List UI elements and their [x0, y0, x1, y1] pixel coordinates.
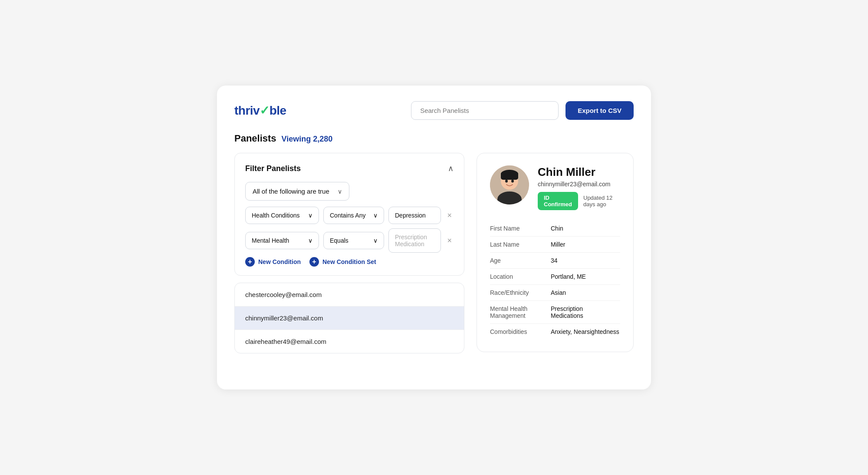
new-condition-set-plus-icon: +: [309, 257, 319, 267]
id-confirmed-badge: ID Confirmed: [538, 192, 578, 210]
viewing-count: Viewing 2,280: [282, 135, 333, 144]
operator-select-2[interactable]: Equals ∨: [323, 232, 384, 249]
logic-dropdown-label: All of the following are true: [253, 188, 329, 195]
remove-condition-1-button[interactable]: ×: [445, 211, 454, 220]
logo-text-start: thriv: [234, 104, 260, 117]
detail-value: Anxiety, Nearsightedness: [551, 328, 619, 335]
operator-select-1[interactable]: Contains Any ∨: [323, 207, 384, 224]
header-right: Export to CSV: [411, 101, 634, 120]
logo: thriv✓ble: [234, 103, 286, 118]
detail-label: Mental HealthManagement: [490, 305, 551, 319]
svg-rect-4: [501, 172, 518, 180]
detail-value: PrescriptionMedications: [551, 305, 583, 319]
profile-details: First Name Chin Last Name Miller Age 34 …: [490, 221, 620, 340]
panelists-title-row: Panelists Viewing 2,280: [234, 133, 634, 144]
detail-row: Location Portland, ME: [490, 269, 620, 285]
detail-label: Race/Ethnicity: [490, 289, 551, 296]
detail-label: Comorbidities: [490, 328, 551, 335]
new-condition-label: New Condition: [258, 258, 301, 265]
detail-row: Age 34: [490, 253, 620, 269]
list-item[interactable]: chinnymiller23@email.com: [235, 307, 464, 330]
category-select-1[interactable]: Health Conditions ∨: [245, 207, 319, 224]
list-item[interactable]: chestercooley@email.com: [235, 283, 464, 307]
detail-label: Location: [490, 273, 551, 280]
list-item-email: chestercooley@email.com: [245, 291, 322, 298]
new-condition-row: + New Condition + New Condition Set: [245, 257, 454, 267]
logic-dropdown-chevron-icon: ∨: [338, 188, 342, 195]
filter-title: Filter Panelists: [245, 164, 301, 173]
operator-select-1-label: Contains Any: [330, 212, 366, 219]
condition-row: Health Conditions ∨ Contains Any ∨ Depre…: [245, 207, 454, 224]
filter-collapse-icon[interactable]: ∧: [448, 164, 454, 173]
detail-row: Comorbidities Anxiety, Nearsightedness: [490, 324, 620, 340]
svg-point-5: [505, 180, 508, 183]
new-condition-set-label: New Condition Set: [322, 258, 376, 265]
left-panel: Filter Panelists ∧ All of the following …: [234, 153, 464, 353]
category-select-2-chevron-icon: ∨: [308, 237, 312, 244]
avatar: [490, 165, 529, 205]
logo-check: ✓: [260, 104, 270, 117]
detail-label: Age: [490, 257, 551, 264]
profile-name: Chin Miller: [538, 165, 620, 179]
list-item-email: claireheather49@email.com: [245, 338, 326, 345]
profile-info: Chin Miller chinnymiller23@email.com ID …: [538, 165, 620, 210]
profile-top: Chin Miller chinnymiller23@email.com ID …: [490, 165, 620, 210]
remove-condition-2-button[interactable]: ×: [445, 236, 454, 245]
export-csv-button[interactable]: Export to CSV: [566, 101, 634, 120]
detail-label: First Name: [490, 225, 551, 232]
filter-panelists-box: Filter Panelists ∧ All of the following …: [234, 153, 464, 276]
condition-row-2: Mental Health ∨ Equals ∨ PrescriptionMed…: [245, 228, 454, 253]
detail-row: Mental HealthManagement PrescriptionMedi…: [490, 301, 620, 324]
detail-value: Chin: [551, 225, 563, 232]
logo-text-end: ble: [270, 104, 286, 117]
filter-header: Filter Panelists ∧: [245, 164, 454, 173]
new-condition-button[interactable]: + New Condition: [245, 257, 301, 267]
main-layout: Filter Panelists ∧ All of the following …: [234, 153, 634, 353]
category-select-2[interactable]: Mental Health ∨: [245, 232, 319, 249]
search-input[interactable]: [411, 101, 559, 120]
value-box-2[interactable]: PrescriptionMedication: [388, 228, 441, 253]
detail-value: Asian: [551, 289, 566, 296]
email-list: chestercooley@email.com chinnymiller23@e…: [234, 283, 464, 353]
profile-card: Chin Miller chinnymiller23@email.com ID …: [477, 153, 634, 352]
operator-select-2-label: Equals: [330, 237, 349, 244]
list-item[interactable]: claireheather49@email.com: [235, 330, 464, 353]
detail-row: First Name Chin: [490, 221, 620, 237]
profile-badges: ID Confirmed Updated 12 days ago: [538, 192, 620, 210]
operator-select-1-chevron-icon: ∨: [373, 212, 378, 219]
detail-value: Portland, ME: [551, 273, 586, 280]
detail-value: Miller: [551, 241, 565, 248]
operator-select-2-chevron-icon: ∨: [373, 237, 378, 244]
detail-row: Race/Ethnicity Asian: [490, 285, 620, 301]
value-box-1[interactable]: Depression: [388, 207, 441, 224]
detail-row: Last Name Miller: [490, 237, 620, 253]
updated-text: Updated 12 days ago: [583, 195, 620, 208]
new-condition-plus-icon: +: [245, 257, 255, 267]
panelists-heading: Panelists: [234, 133, 276, 144]
header: thriv✓ble Export to CSV: [234, 101, 634, 120]
logic-dropdown[interactable]: All of the following are true ∨: [245, 182, 349, 201]
category-select-2-label: Mental Health: [252, 237, 289, 244]
category-select-1-label: Health Conditions: [252, 212, 300, 219]
detail-label: Last Name: [490, 241, 551, 248]
svg-point-6: [511, 180, 514, 183]
detail-value: 34: [551, 257, 558, 264]
profile-email: chinnymiller23@email.com: [538, 181, 620, 188]
new-condition-set-button[interactable]: + New Condition Set: [309, 257, 376, 267]
category-select-1-chevron-icon: ∨: [308, 212, 312, 219]
list-item-email: chinnymiller23@email.com: [245, 314, 323, 322]
